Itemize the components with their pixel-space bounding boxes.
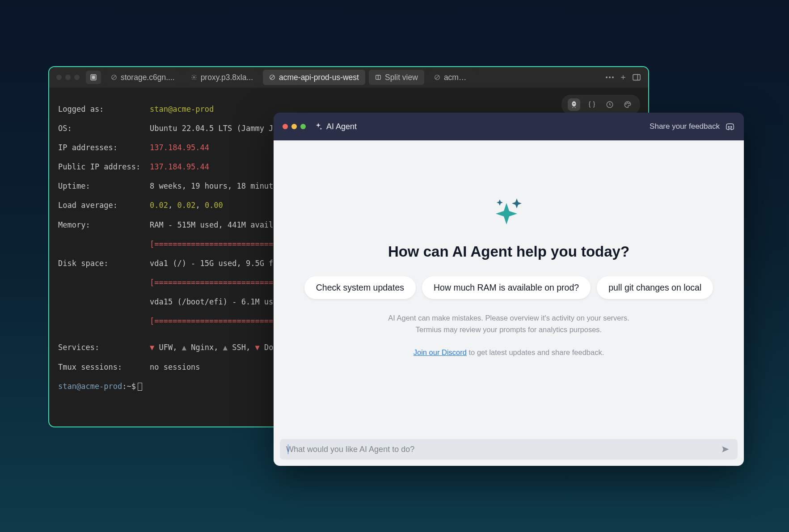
pubip-value: 137.184.95.44 — [150, 162, 209, 171]
ai-discord-line: Join our Discord to get latest updates a… — [413, 347, 604, 359]
disk-line2: vda15 (/boot/efi) - 6.1M use — [150, 297, 278, 306]
gear-icon — [191, 74, 197, 80]
ai-input-row — [280, 439, 738, 460]
discord-text-rest: to get latest updates and share feedback… — [467, 348, 604, 356]
terminal-tabs: storage.c6gn.... proxy.p3.8xla... acme-a… — [105, 70, 602, 85]
ai-heading: How can AI Agent help you today? — [388, 243, 629, 260]
minimize-dot[interactable] — [65, 75, 71, 80]
mem-value: RAM - 515M used, 441M availa — [150, 220, 278, 229]
tab-label: acme-api-prod-us-west — [279, 73, 359, 82]
ai-title: AI Agent — [314, 122, 357, 131]
ai-header: AI Agent Share your feedback — [274, 113, 744, 140]
discord-link[interactable]: Join our Discord — [413, 348, 467, 356]
svc-nginx: Nginx, — [186, 343, 223, 352]
tab-label: proxy.p3.8xla... — [201, 73, 253, 82]
os-label: OS: — [58, 124, 150, 134]
ip-label: IP addresses: — [58, 143, 150, 153]
ip-value: 137.184.95.44 — [150, 143, 209, 152]
svg-point-16 — [612, 76, 614, 78]
tab-split-view[interactable]: Split view — [369, 70, 424, 85]
tab-storage[interactable]: storage.c6gn.... — [105, 70, 181, 85]
svc-ufw: UFW, — [154, 343, 181, 352]
svg-line-9 — [270, 76, 274, 79]
ai-body: How can AI Agent help you today? Check s… — [274, 140, 744, 466]
tab-proxy[interactable]: proxy.p3.8xla... — [185, 70, 259, 85]
svg-point-26 — [731, 127, 732, 127]
svg-line-6 — [112, 76, 116, 79]
logged-as-label: Logged as: — [58, 105, 150, 114]
discord-icon[interactable] — [725, 122, 735, 131]
ai-note-line1: AI Agent can make mistakes. Please overv… — [388, 314, 629, 322]
ai-note-line2: Termius may review your prompts for anal… — [416, 325, 602, 334]
ai-header-right: Share your feedback — [650, 122, 735, 131]
minimize-dot[interactable] — [291, 124, 297, 129]
circle-slash-icon — [111, 74, 117, 80]
suggestion-pull-git[interactable]: pull git changes on local — [597, 276, 713, 299]
tab-label: storage.c6gn.... — [121, 73, 175, 82]
tab-label: Split view — [385, 73, 418, 82]
load-sep: , — [195, 201, 204, 210]
svg-rect-19 — [633, 75, 640, 80]
svg-point-15 — [609, 76, 611, 78]
ai-agent-window: AI Agent Share your feedback How can AI … — [274, 113, 744, 466]
shell-prompt-user: stan@acme-prod — [58, 382, 122, 391]
load-v2: 0.02 — [177, 201, 195, 210]
svg-point-7 — [193, 76, 195, 78]
sparkle-icon — [314, 122, 323, 131]
suggestion-check-updates[interactable]: Check system updates — [304, 276, 416, 299]
suggestion-chips: Check system updates How much RAM is ava… — [304, 276, 713, 299]
disk-line1: vda1 (/) - 15G used, 9.5G fr — [150, 259, 278, 268]
share-feedback-link[interactable]: Share your feedback — [650, 122, 720, 131]
load-label: Load average: — [58, 201, 150, 211]
maximize-dot[interactable] — [74, 75, 80, 80]
app-menu-button[interactable] — [86, 71, 101, 84]
svc-label: Services: — [58, 343, 150, 353]
svg-point-25 — [728, 127, 729, 127]
svg-line-13 — [435, 76, 439, 79]
uptime-value: 8 weeks, 19 hours, 18 minute — [150, 182, 278, 190]
tab-acme-api-prod[interactable]: acme-api-prod-us-west — [263, 70, 365, 85]
columns-icon — [375, 74, 381, 80]
svg-rect-2 — [94, 76, 95, 77]
header-right-icons — [605, 73, 644, 82]
caret-down-icon: ▼ — [255, 343, 259, 352]
svg-rect-3 — [92, 78, 93, 79]
tmux-value: no sessions — [150, 363, 200, 372]
close-dot[interactable] — [283, 124, 288, 129]
load-v1: 0.02 — [150, 201, 168, 210]
input-caret — [288, 444, 288, 454]
load-sep: , — [168, 201, 177, 210]
svc-ssh: SSH, — [228, 343, 255, 352]
caret-down-icon: ▼ — [150, 343, 154, 352]
maximize-dot[interactable] — [300, 124, 306, 129]
tab-label: acme-de — [444, 73, 471, 82]
logged-as-value: stan@acme-prod — [150, 105, 214, 114]
mem-bar: [=========================== — [150, 240, 278, 249]
terminal-header: storage.c6gn.... proxy.p3.8xla... acme-a… — [49, 67, 648, 88]
send-button[interactable] — [720, 443, 731, 455]
uptime-label: Uptime: — [58, 182, 150, 191]
ai-title-text: AI Agent — [326, 122, 357, 131]
disk-bar1: [=========================== — [150, 278, 278, 287]
more-icon[interactable] — [605, 73, 614, 82]
suggestion-ram-prod[interactable]: How much RAM is available on prod? — [422, 276, 591, 299]
ai-disclaimer: AI Agent can make mistakes. Please overv… — [388, 312, 629, 335]
caret-up-icon: ▲ — [182, 343, 186, 352]
shell-prompt-path: :~$ — [122, 382, 136, 391]
sparkle-hero-icon — [491, 194, 527, 230]
os-value: Ubuntu 22.04.5 LTS (Jammy Je — [150, 124, 278, 133]
pubip-label: Public IP address: — [58, 162, 150, 172]
new-tab-icon[interactable] — [619, 73, 628, 82]
panel-icon[interactable] — [632, 73, 641, 82]
close-dot[interactable] — [56, 75, 62, 80]
ai-prompt-input[interactable] — [286, 445, 720, 454]
cursor — [138, 383, 142, 391]
circle-slash-icon — [434, 74, 440, 80]
disk-label: Disk space: — [58, 259, 150, 269]
svg-rect-4 — [94, 78, 95, 79]
ai-traffic-lights[interactable] — [283, 124, 306, 129]
tmux-label: Tmux sessions: — [58, 363, 150, 372]
disk-bar2: [=========================== — [150, 317, 278, 325]
window-traffic-lights[interactable] — [54, 75, 80, 80]
tab-acme-de[interactable]: acme-de — [428, 70, 477, 85]
